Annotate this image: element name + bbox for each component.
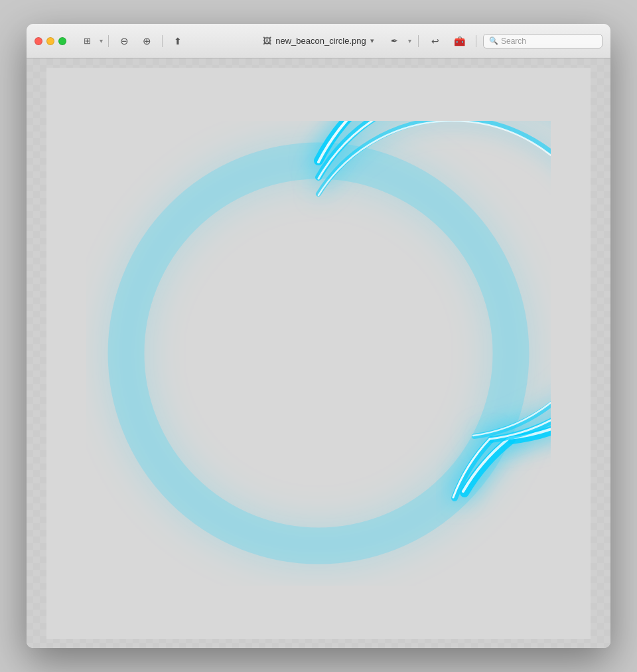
toolbar-separator-1 [108,35,109,47]
zoom-out-icon: ⊖ [120,35,129,47]
content-area [27,58,610,648]
traffic-lights [35,37,66,45]
right-toolbar: ✒ ▾ ↩ 🧰 🔍 Search [384,33,602,49]
share-button[interactable]: ⬆ [168,33,188,49]
file-icon: 🖼 [263,36,271,46]
minimize-button[interactable] [46,37,54,45]
beacon-circle-image [86,121,551,586]
toolbar-separator-4 [476,35,476,47]
toolbar-separator-3 [418,35,419,47]
sidebar-toggle-button[interactable]: ⊞ [77,33,97,49]
markup-icon: ✒ [391,36,398,46]
sidebar-icon: ⊞ [84,36,91,46]
maximize-button[interactable] [58,37,66,45]
tools-icon: 🧰 [454,36,465,46]
search-bar[interactable]: 🔍 Search [483,34,602,48]
zoom-in-button[interactable]: ⊕ [137,33,157,49]
markup-button[interactable]: ✒ [384,33,404,49]
window-title: new_beacon_circle.png [275,36,366,46]
search-icon: 🔍 [489,37,498,45]
svg-point-0 [126,161,511,546]
title-dropdown-arrow[interactable]: ▾ [370,37,374,45]
rotate-icon: ↩ [431,36,439,46]
zoom-out-button[interactable]: ⊖ [114,33,134,49]
titlebar: ⊞ ▾ ⊖ ⊕ ⬆ 🖼 new_beacon_circle.png ▾ ✒ [27,24,610,58]
sidebar-chevron: ▾ [100,37,103,44]
toolbar: ⊞ ▾ ⊖ ⊕ ⬆ [77,33,188,49]
preview-window: ⊞ ▾ ⊖ ⊕ ⬆ 🖼 new_beacon_circle.png ▾ ✒ [27,24,610,648]
close-button[interactable] [35,37,42,45]
search-input[interactable]: Search [501,37,597,46]
rotate-button[interactable]: ↩ [425,33,445,49]
markup-chevron: ▾ [408,37,411,44]
canvas [46,68,591,639]
share-icon: ⬆ [174,36,182,46]
zoom-in-icon: ⊕ [143,35,151,47]
toolbar-separator-2 [162,35,163,47]
window-title-area: 🖼 new_beacon_circle.png ▾ [263,36,374,46]
tools-button[interactable]: 🧰 [449,33,469,49]
